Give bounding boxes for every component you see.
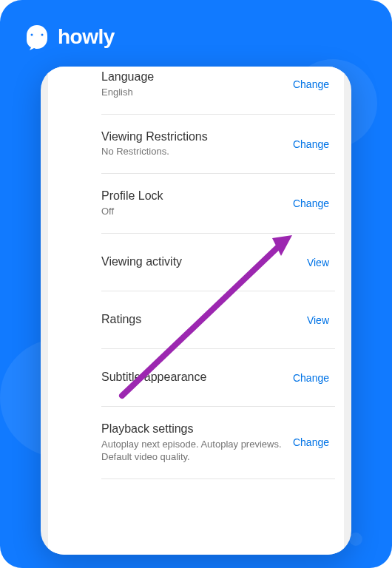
setting-title: Language bbox=[101, 70, 284, 85]
setting-title: Viewing activity bbox=[101, 254, 298, 270]
change-link[interactable]: Change bbox=[293, 436, 329, 448]
setting-title: Viewing Restrictions bbox=[101, 129, 284, 145]
svg-point-2 bbox=[31, 34, 33, 36]
setting-subtitle: Autoplay next episode. Autoplay previews… bbox=[101, 439, 284, 464]
view-link[interactable]: View bbox=[307, 257, 329, 268]
phone-frame: Language English Change Viewing Restrict… bbox=[41, 67, 351, 555]
setting-row-language[interactable]: Language English Change bbox=[101, 67, 335, 115]
change-link[interactable]: Change bbox=[293, 138, 329, 150]
setting-content: Ratings bbox=[101, 312, 307, 328]
phone-screen: Language English Change Viewing Restrict… bbox=[48, 67, 344, 555]
setting-title: Ratings bbox=[101, 312, 298, 328]
logo-text: howly bbox=[58, 25, 115, 49]
setting-title: Playback settings bbox=[101, 422, 284, 437]
setting-content: Subtitle appearance bbox=[101, 370, 293, 385]
setting-row-viewing-activity[interactable]: Viewing activity View bbox=[101, 234, 335, 291]
view-link[interactable]: View bbox=[307, 314, 329, 326]
setting-subtitle: Off bbox=[101, 206, 284, 218]
setting-row-ratings[interactable]: Ratings View bbox=[101, 291, 335, 349]
svg-point-3 bbox=[41, 34, 44, 36]
setting-content: Viewing Restrictions No Restrictions. bbox=[101, 129, 293, 159]
setting-content: Language English bbox=[101, 70, 293, 99]
change-link[interactable]: Change bbox=[293, 372, 329, 384]
setting-content: Viewing activity bbox=[101, 254, 307, 270]
setting-row-profile-lock[interactable]: Profile Lock Off Change bbox=[101, 174, 335, 234]
setting-row-subtitle-appearance[interactable]: Subtitle appearance Change bbox=[101, 349, 335, 407]
setting-subtitle: No Restrictions. bbox=[101, 146, 284, 158]
decorative-circle bbox=[349, 532, 362, 546]
setting-content: Playback settings Autoplay next episode.… bbox=[101, 422, 293, 464]
change-link[interactable]: Change bbox=[293, 197, 329, 209]
setting-row-playback-settings[interactable]: Playback settings Autoplay next episode.… bbox=[101, 407, 335, 479]
setting-title: Profile Lock bbox=[101, 189, 284, 204]
change-link[interactable]: Change bbox=[293, 78, 329, 90]
howly-logo: howly bbox=[22, 22, 115, 52]
setting-content: Profile Lock Off bbox=[101, 189, 293, 218]
owl-icon bbox=[22, 22, 52, 52]
setting-subtitle: English bbox=[101, 87, 284, 99]
settings-list: Language English Change Viewing Restrict… bbox=[48, 67, 344, 479]
setting-title: Subtitle appearance bbox=[101, 370, 284, 385]
setting-row-viewing-restrictions[interactable]: Viewing Restrictions No Restrictions. Ch… bbox=[101, 115, 335, 175]
